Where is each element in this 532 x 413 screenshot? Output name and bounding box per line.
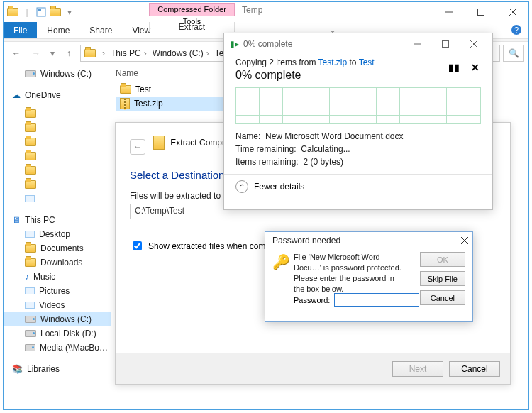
svg-rect-0 [37, 8, 45, 16]
copy-source-link[interactable]: Test.zip [318, 57, 348, 67]
stop-button[interactable]: ✕ [471, 62, 480, 73]
svg-rect-3 [477, 9, 484, 16]
drive-icon [25, 316, 36, 323]
pause-button[interactable]: ▮▮ [448, 62, 460, 73]
copy-progress-bar [235, 87, 481, 124]
folder-icon [120, 85, 131, 94]
nav-empty-4 [4, 149, 111, 163]
tab-extract[interactable]: Extract [149, 22, 235, 32]
videos-icon [25, 302, 35, 309]
up-button[interactable]: ↑ [60, 45, 77, 62]
svg-text:?: ? [514, 26, 519, 34]
forward-button[interactable]: → [28, 45, 45, 62]
downloads-icon [25, 258, 36, 267]
nav-this-pc[interactable]: 🖥This PC [4, 213, 111, 227]
qat-separator: | [21, 6, 33, 18]
nav-empty-6 [4, 177, 111, 192]
location-folder-icon [84, 47, 96, 60]
skip-file-button[interactable]: Skip File [420, 271, 465, 286]
back-button[interactable]: ← [8, 45, 25, 62]
drive-icon [25, 330, 36, 337]
wizard-footer: Next Cancel [116, 353, 510, 384]
nav-pictures[interactable]: Pictures [4, 284, 111, 298]
password-dialog-title: Password needed [272, 236, 340, 246]
nav-documents[interactable]: Documents [4, 241, 111, 255]
recent-dropdown-icon[interactable]: ▾ [48, 45, 57, 62]
nav-music[interactable]: ♪Music [4, 270, 111, 284]
copy-dest-link[interactable]: Test [359, 57, 375, 67]
copy-summary: Copying 2 items from Test.zip to Test [235, 57, 481, 67]
password-label: Password: [294, 296, 330, 304]
nav-empty-5 [4, 163, 111, 177]
nav-desktop[interactable]: Desktop [4, 227, 111, 241]
ok-button[interactable]: OK [420, 252, 465, 267]
documents-icon [25, 244, 36, 253]
crumb-this-pc[interactable]: This PC [111, 48, 141, 58]
cancel-button[interactable]: Cancel [449, 361, 500, 377]
folder-icon [25, 138, 36, 146]
list-item[interactable]: Test.zip [116, 97, 229, 111]
nav-libraries[interactable]: 📚Libraries [4, 362, 111, 376]
nav-onedrive[interactable]: ☁OneDrive [4, 88, 111, 102]
nav-local-d[interactable]: Local Disk (D:) [4, 326, 111, 341]
file-name: Test.zip [134, 99, 163, 109]
svg-rect-9 [443, 41, 449, 48]
copy-maximize-button[interactable] [431, 34, 460, 54]
folder-icon [25, 152, 36, 160]
minimize-button[interactable] [433, 2, 465, 22]
qat-properties-icon[interactable] [35, 6, 48, 18]
fewer-details-toggle[interactable]: ⌃ Fewer details [235, 180, 481, 193]
contextual-tool-tab[interactable]: Compressed Folder Tools [149, 3, 235, 16]
music-icon: ♪ [25, 272, 29, 282]
password-message: File 'New Microsoft Word Docu…' is passw… [294, 252, 406, 294]
password-input[interactable] [334, 293, 419, 307]
pictures-icon [25, 287, 35, 294]
key-icon: 🔑 [272, 253, 288, 269]
search-box[interactable]: 🔍 [503, 45, 524, 62]
copy-title-icon: ▮▸ [230, 39, 239, 49]
maximize-button[interactable] [465, 2, 497, 22]
folder-icon [25, 180, 36, 189]
zip-icon [120, 98, 130, 109]
show-extracted-checkbox[interactable] [133, 241, 142, 250]
qat-new-folder-icon[interactable] [49, 6, 62, 18]
nav-empty-7 [4, 192, 111, 206]
tab-share[interactable]: Share [79, 22, 122, 38]
crumb-drive[interactable]: Windows (C:) [153, 48, 204, 58]
show-extracted-label: Show extracted files when complete [148, 241, 284, 251]
cancel-button[interactable]: Cancel [420, 290, 465, 305]
copy-close-button[interactable] [460, 34, 488, 54]
nav-videos[interactable]: Videos [4, 298, 111, 312]
chevron-up-icon: ⌃ [235, 180, 248, 193]
tab-file[interactable]: File [4, 22, 37, 38]
column-header-name[interactable]: Name [116, 65, 138, 81]
onedrive-icon: ☁ [12, 90, 21, 100]
search-icon: 🔍 [509, 48, 519, 58]
password-close-button[interactable] [461, 237, 468, 244]
nav-windows-c[interactable]: Windows (C:) [4, 312, 111, 326]
this-pc-icon: 🖥 [12, 215, 21, 225]
zip-icon [153, 136, 165, 150]
nav-empty-3 [4, 135, 111, 149]
copy-progress-dialog: ▮▸ 0% complete Copying 2 items from Test… [223, 33, 493, 210]
nav-downloads[interactable]: Downloads [4, 255, 111, 270]
list-item[interactable]: Test [116, 82, 229, 97]
tab-home[interactable]: Home [37, 22, 79, 38]
nav-media[interactable]: Media (\\MacBo… [4, 341, 111, 355]
nav-windows-c-quick[interactable]: Windows (C:) [4, 67, 111, 81]
desktop-icon [25, 231, 35, 238]
qat-dropdown-icon[interactable]: ▾ [63, 6, 76, 18]
password-dialog: Password needed 🔑 File 'New Microsoft Wo… [265, 231, 473, 322]
copy-minimize-button[interactable] [403, 34, 431, 54]
copy-dialog-title: 0% complete [243, 39, 292, 49]
copy-percent: 0% complete [235, 69, 481, 82]
nav-empty-1 [4, 106, 111, 121]
next-button[interactable]: Next [392, 361, 443, 377]
nav-empty-2 [4, 121, 111, 135]
svg-rect-1 [38, 9, 41, 11]
wizard-back-button[interactable]: ← [130, 139, 145, 155]
titlebar: | ▾ Compressed Folder Tools Temp [4, 2, 528, 22]
close-button[interactable] [497, 2, 528, 22]
help-icon[interactable]: ? [509, 22, 524, 38]
libraries-icon: 📚 [12, 364, 23, 374]
